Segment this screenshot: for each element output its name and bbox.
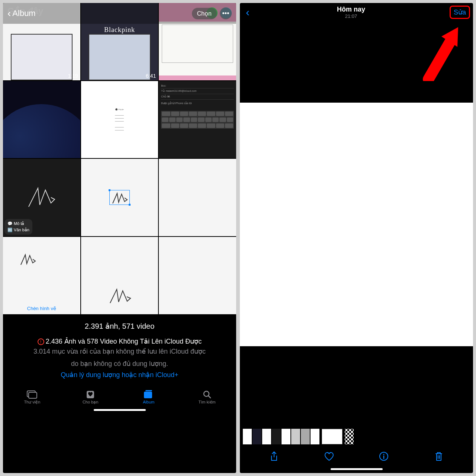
photo-viewer[interactable] <box>240 22 473 427</box>
error-detail-1: 3.014 mục vừa rồi của bạn không thể lưu … <box>9 347 230 356</box>
strip-thumb[interactable] <box>311 429 319 444</box>
home-indicator[interactable] <box>331 468 383 470</box>
thumb-10[interactable] <box>81 237 158 314</box>
current-photo <box>240 103 473 346</box>
strip-thumb[interactable] <box>243 429 252 444</box>
thumb-6[interactable]: 💬 Mô tả 🔤 Văn bản <box>3 159 80 236</box>
svg-rect-4 <box>145 390 152 391</box>
strip-thumb-current[interactable] <box>322 429 342 444</box>
library-icon <box>26 390 38 399</box>
back-button[interactable]: ‹ <box>243 6 253 19</box>
thumb-7[interactable] <box>81 159 158 236</box>
icloud-error: !2.436 Ảnh và 578 Video Không Tải Lên iC… <box>9 337 230 345</box>
strip-thumb[interactable] <box>291 429 300 444</box>
svg-rect-1 <box>29 392 37 398</box>
strip-thumb[interactable] <box>301 429 310 444</box>
album-icon <box>143 390 154 399</box>
thumb-11[interactable] <box>159 237 236 314</box>
video-duration: 1:19 <box>68 73 78 79</box>
item-counts: 2.391 ảnh, 571 video <box>9 322 230 331</box>
strip-thumb[interactable] <box>272 429 281 444</box>
detail-toolbar <box>240 446 473 467</box>
thumbnail-strip[interactable] <box>240 427 473 446</box>
delete-button[interactable] <box>433 451 444 462</box>
tab-bar: Thư viện Cho bạn Album Tìm kiếm <box>3 386 236 408</box>
selection-box <box>109 190 130 205</box>
album-title[interactable]: Album <box>12 9 35 18</box>
menu-text[interactable]: 🔤 Văn bản <box>7 227 29 233</box>
svg-rect-3 <box>144 392 152 398</box>
context-menu[interactable]: 💬 Mô tả 🔤 Văn bản <box>4 219 32 235</box>
thumb-3[interactable] <box>3 81 80 158</box>
photo-date: Hôm nay <box>253 6 450 13</box>
tab-for-you[interactable]: Cho bạn <box>61 390 120 405</box>
strip-thumb[interactable] <box>282 429 290 444</box>
album-grid-screen: ‹ Album Chọn ••• Gần đây 1:19 Blackpink … <box>3 3 236 473</box>
info-button[interactable] <box>378 451 389 462</box>
back-chevron-icon[interactable]: ‹ <box>7 7 11 19</box>
more-button[interactable]: ••• <box>220 7 232 19</box>
strip-thumb[interactable] <box>345 429 354 444</box>
tab-album[interactable]: Album <box>120 390 178 405</box>
edit-button[interactable]: Sửa <box>450 6 470 19</box>
album-header: ‹ Album Chọn ••• <box>3 3 236 24</box>
share-button[interactable] <box>268 451 280 462</box>
strip-thumb[interactable] <box>253 429 261 444</box>
search-icon <box>202 390 213 399</box>
select-button[interactable]: Chọn <box>192 8 217 19</box>
home-indicator[interactable] <box>94 409 146 411</box>
photo-time: 21:07 <box>253 13 450 19</box>
video-duration: 6:41 <box>146 73 156 79</box>
alert-icon: ! <box>38 338 44 345</box>
photo-detail-screen: ‹ Hôm nay 21:07 Sửa <box>240 3 473 473</box>
menu-describe[interactable]: 💬 Mô tả <box>7 221 29 227</box>
insert-drawing-button[interactable]: Chèn hình vẽ <box>27 306 56 311</box>
detail-header: ‹ Hôm nay 21:07 Sửa <box>240 3 473 22</box>
svg-line-6 <box>208 396 210 398</box>
thumb-5[interactable]: Bcc: Tủ: maianh31199@icloud.com Chủ đề: … <box>159 81 236 158</box>
error-detail-2: do bạn không có đủ dung lượng. <box>9 359 230 369</box>
photo-grid: Gần đây 1:19 Blackpink 6:41 ⚫ ✖ <box>3 3 236 314</box>
tab-library[interactable]: Thư viện <box>3 390 61 405</box>
annotation-arrow <box>421 25 462 81</box>
blackpink-text: Blackpink <box>104 26 135 34</box>
thumb-9[interactable]: Chèn hình vẽ <box>3 237 80 314</box>
thumb-8[interactable] <box>159 159 236 236</box>
thumb-4[interactable]: ⚫ ✖ ◉ ▶━━━━━━━━━━━━━━━━━━━━━━━━━━━━━━━━━… <box>81 81 158 158</box>
favorite-button[interactable] <box>324 451 335 462</box>
library-info: 2.391 ảnh, 571 video !2.436 Ảnh và 578 V… <box>3 314 236 386</box>
for-you-icon <box>85 390 96 399</box>
strip-thumb[interactable] <box>262 429 271 444</box>
svg-point-8 <box>383 454 385 455</box>
tab-search[interactable]: Tìm kiếm <box>178 390 236 405</box>
manage-storage-link[interactable]: Quản lý dung lượng hoặc nhận iCloud+ <box>9 371 230 379</box>
